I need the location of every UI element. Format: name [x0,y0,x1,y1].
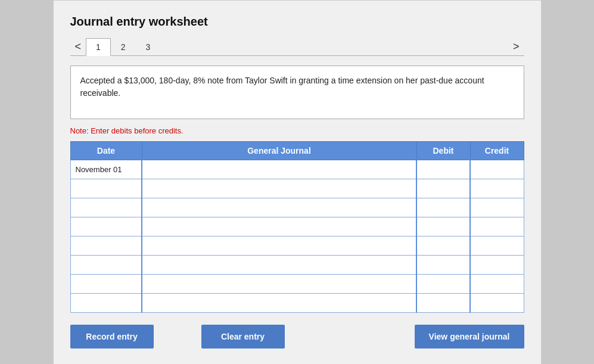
tab-2[interactable]: 2 [111,38,136,56]
header-credit: Credit [470,142,524,160]
next-arrow[interactable]: > [508,38,524,55]
tab-1[interactable]: 1 [86,38,111,56]
prev-arrow[interactable]: < [70,38,86,55]
cell-date[interactable] [70,275,142,294]
clear-entry-button[interactable]: Clear entry [201,325,285,349]
cell-journal[interactable] [142,160,416,179]
cell-debit[interactable] [416,217,470,237]
cell-date[interactable] [70,294,142,313]
table-row [70,237,524,256]
cell-date[interactable] [70,179,142,198]
table-row [70,198,524,217]
cell-credit[interactable] [470,160,524,179]
table-row [70,217,524,237]
journal-table: Date General Journal Debit Credit Novemb… [70,141,524,313]
cell-date[interactable] [70,198,142,217]
header-date: Date [70,142,142,160]
buttons-row: Record entry Clear entry View general jo… [70,325,524,349]
cell-debit[interactable] [416,256,470,275]
worksheet-container: Journal entry worksheet < 1 2 3 > Accept… [53,0,542,364]
cell-credit[interactable] [470,294,524,313]
table-row [70,275,524,294]
cell-credit[interactable] [470,275,524,294]
cell-debit[interactable] [416,275,470,294]
cell-journal[interactable] [142,217,416,237]
tabs-row: < 1 2 3 > [70,38,524,56]
record-entry-button[interactable]: Record entry [70,325,154,349]
note-text: Note: Enter debits before credits. [70,126,524,135]
description-text: Accepted a $13,000, 180-day, 8% note fro… [80,76,484,98]
cell-debit[interactable] [416,237,470,256]
cell-journal[interactable] [142,237,416,256]
header-debit: Debit [416,142,470,160]
header-general-journal: General Journal [142,142,416,160]
cell-debit[interactable] [416,179,470,198]
table-row: November 01 [70,160,524,179]
table-row [70,294,524,313]
cell-journal[interactable] [142,294,416,313]
table-row [70,179,524,198]
cell-journal[interactable] [142,275,416,294]
description-box: Accepted a $13,000, 180-day, 8% note fro… [70,66,524,119]
cell-credit[interactable] [470,237,524,256]
cell-date[interactable] [70,237,142,256]
tab-3[interactable]: 3 [136,38,161,56]
view-general-journal-button[interactable]: View general journal [415,325,524,349]
cell-journal[interactable] [142,179,416,198]
cell-journal[interactable] [142,198,416,217]
cell-credit[interactable] [470,179,524,198]
cell-date[interactable] [70,256,142,275]
cell-credit[interactable] [470,198,524,217]
cell-date[interactable] [70,217,142,237]
cell-date[interactable]: November 01 [70,160,142,179]
cell-debit[interactable] [416,294,470,313]
cell-credit[interactable] [470,217,524,237]
table-row [70,256,524,275]
cell-journal[interactable] [142,256,416,275]
cell-debit[interactable] [416,160,470,179]
cell-debit[interactable] [416,198,470,217]
cell-credit[interactable] [470,256,524,275]
page-title: Journal entry worksheet [70,15,524,29]
